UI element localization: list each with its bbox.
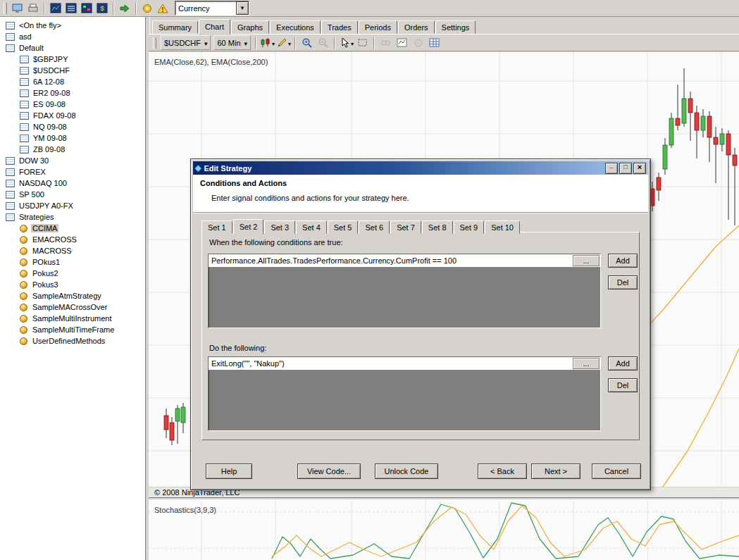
tree-item[interactable]: MACROSS [0,245,145,256]
tree-item[interactable]: SampleMultiInstrument [0,313,145,324]
tab-graphs[interactable]: Graphs [231,20,269,34]
tree-item-label: NQ 09-08 [32,123,68,131]
tree-item[interactable]: NASDAQ 100 [0,178,145,189]
tree-item[interactable]: <On the fly> [0,20,145,31]
dialog-titlebar[interactable]: Edit Strategy [193,161,648,175]
action-expression[interactable]: ExitLong("", "Nakup") [209,359,573,368]
condition-item[interactable]: Performance.AllTrades.TradesPerformance.… [209,254,600,267]
tree-item[interactable]: SampleMultiTimeFrame [0,324,145,335]
tree-item[interactable]: Default [0,42,145,54]
tree-item[interactable]: Pokus2 [0,268,145,279]
orders-window-icon[interactable] [80,1,94,15]
tree-item[interactable]: 6A 12-08 [0,76,145,87]
accounts-window-icon[interactable]: $ [95,1,109,15]
back-button[interactable]: < Back [478,463,527,479]
market-analyzer-icon[interactable] [64,1,78,15]
tab-set-8[interactable]: Set 8 [422,220,453,234]
conditions-list[interactable]: Performance.AllTrades.TradesPerformance.… [208,254,601,328]
tab-trades[interactable]: Trades [321,20,358,34]
stochastics-panel[interactable]: Stochastics(3,9,3) [149,500,739,560]
next-button[interactable]: Next > [531,463,580,479]
tree-item[interactable]: SampleMACrossOver [0,301,145,313]
tree-item[interactable]: SP 500 [0,189,145,200]
condition-browse-button[interactable]: ... [573,255,600,266]
tree-item-label: YM 09-08 [32,134,68,142]
action-add-button[interactable]: Add [608,356,638,371]
action-del-button[interactable]: Del [608,378,638,392]
actions-list[interactable]: ExitLong("", "Nakup") ... [208,356,601,431]
tree-item-label: ER2 09-08 [32,89,72,97]
tree-item-label: NASDAQ 100 [18,179,68,187]
cancel-button[interactable]: Cancel [592,463,641,479]
tab-set-9[interactable]: Set 9 [454,220,485,234]
help-button[interactable]: Help [206,463,252,479]
cursor-icon[interactable] [339,36,354,50]
alerts-icon[interactable] [156,1,170,15]
tree-item[interactable]: $USDCHF [0,65,145,76]
tree-item[interactable]: POkus1 [0,256,145,268]
strategy-icon[interactable] [140,1,154,15]
tab-set-5[interactable]: Set 5 [328,220,359,234]
chart-style-icon[interactable] [260,36,275,50]
tree-item[interactable]: ES 09-08 [0,99,145,110]
tab-chart[interactable]: Chart [199,19,230,35]
dialog-body: Set 1Set 2Set 3Set 4Set 5Set 6Set 7Set 8… [193,213,648,483]
indicator-icon[interactable] [395,36,409,50]
tree-item-label: FDAX 09-08 [32,111,77,120]
data-grid-icon[interactable] [427,36,442,50]
tree-item[interactable]: ZB 09-08 [0,144,145,155]
draw-icon[interactable] [276,36,291,50]
tab-set-10[interactable]: Set 10 [485,220,520,234]
tree-item[interactable]: UserDefinedMethods [0,335,145,347]
tab-summary[interactable]: Summary [152,20,198,34]
tab-set-2[interactable]: Set 2 [233,219,264,235]
tree-item[interactable]: asd [0,31,145,42]
minimize-icon[interactable] [605,163,618,174]
connection-icon[interactable] [118,1,132,15]
tab-orders[interactable]: Orders [398,20,435,34]
tree-item[interactable]: EMACROSS [0,234,145,245]
tree-item[interactable]: FOREX [0,166,145,178]
action-browse-button[interactable]: ... [573,358,600,369]
tree-item[interactable]: NQ 09-08 [0,121,145,132]
tree-item[interactable]: FDAX 09-08 [0,110,145,121]
tab-settings[interactable]: Settings [435,20,476,34]
chart-toolbar-grip[interactable] [153,37,156,49]
tab-set-4[interactable]: Set 4 [296,220,327,234]
tree-item[interactable]: YM 09-08 [0,132,145,144]
condition-del-button[interactable]: Del [608,275,638,290]
tree-item[interactable]: DOW 30 [0,155,145,166]
toolbar-grip[interactable] [4,3,7,14]
tab-set-7[interactable]: Set 7 [390,220,421,234]
tree-item[interactable]: CCIMA [0,223,145,234]
tab-set-6[interactable]: Set 6 [359,220,390,234]
chart-window-icon[interactable] [49,1,63,15]
maximize-icon[interactable] [619,163,632,174]
chart-toolbar: $USDCHF 60 Min [149,34,739,51]
tree-item[interactable]: $GBPJPY [0,54,145,65]
unlock-code-button[interactable]: Unlock Code [375,463,438,479]
tab-executions[interactable]: Executions [270,20,321,34]
tree-item[interactable]: SampleAtmStrategy [0,290,145,301]
monitor-icon[interactable] [11,1,25,15]
tab-set-3[interactable]: Set 3 [264,220,295,234]
tree-item[interactable]: Strategies [0,211,145,223]
dialog-title: Edit Strategy [204,164,604,173]
condition-add-button[interactable]: Add [608,254,638,268]
tree-item[interactable]: USDJPY A0-FX [0,200,145,211]
tree-item[interactable]: ER2 09-08 [0,87,145,99]
tab-set-1[interactable]: Set 1 [201,220,232,234]
combo-dropdown-icon[interactable] [236,1,249,15]
interval-selector[interactable]: 60 Min [213,35,251,50]
instrument-list-combo[interactable]: Currency [175,1,249,15]
print-icon[interactable] [26,1,40,15]
action-item[interactable]: ExitLong("", "Nakup") ... [209,357,600,370]
close-icon[interactable] [633,163,646,174]
instrument-selector[interactable]: $USDCHF [161,35,211,50]
tree-item[interactable]: Pokus3 [0,279,145,290]
view-code-button[interactable]: View Code... [297,463,361,479]
zoom-in-icon[interactable] [299,36,314,50]
tab-periods[interactable]: Periods [359,20,397,34]
condition-expression[interactable]: Performance.AllTrades.TradesPerformance.… [209,256,573,265]
region-select-icon[interactable] [355,36,370,50]
